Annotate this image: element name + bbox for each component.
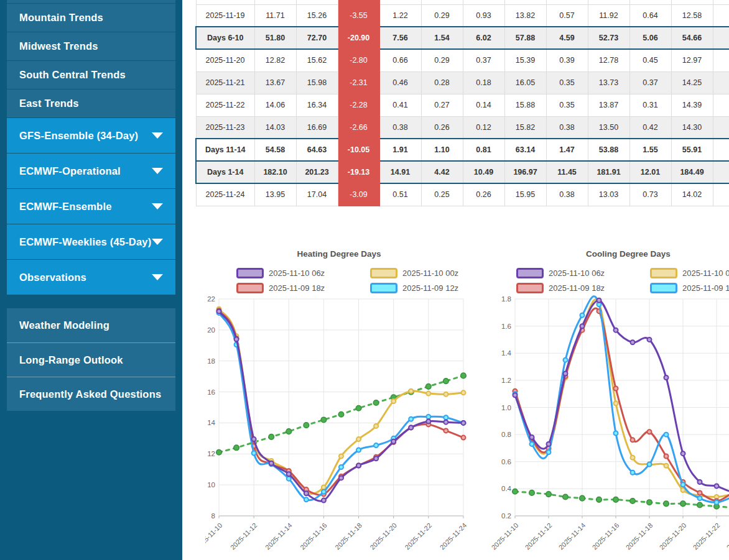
legend-item-2025-11-09-12z[interactable]: 2025-11-09 12z	[650, 283, 729, 293]
table-cell: 15.98	[296, 71, 338, 94]
svg-text:1.2: 1.2	[501, 377, 511, 384]
legend-label: 2025-11-09 18z	[269, 283, 325, 293]
table-cell: 1.91	[379, 139, 421, 161]
table-cell: 53.88	[588, 139, 629, 161]
legend-item-2025-11-09-18z[interactable]: 2025-11-09 18z	[236, 283, 370, 293]
table-cell: 15.95	[504, 183, 546, 206]
sidebar-section-observations[interactable]: Observations	[7, 260, 175, 295]
table-cell: 0.12	[463, 116, 504, 139]
table-cell: 1.54	[421, 27, 463, 49]
sidebar: Mountain TrendsMidwest TrendsSouth Centr…	[0, 0, 182, 560]
legend-label: 2025-11-10 06z	[549, 269, 605, 278]
table-cell: 4.59	[546, 27, 588, 49]
table-cell: -3.09	[338, 183, 379, 206]
svg-text:0.4: 0.4	[501, 485, 512, 492]
sidebar-item-frequently-asked-questions[interactable]: Frequently Asked Questions	[7, 377, 175, 411]
table-cell: 14.39	[671, 94, 713, 116]
table-cell: 196.97	[504, 161, 546, 183]
legend-item-2025-11-10-06z[interactable]: 2025-11-10 06z	[516, 268, 650, 278]
cooling-degree-days-chart: Cooling Degree Days 2025-11-10 06z2025-1…	[485, 246, 729, 560]
table-cell: 13.73	[588, 71, 629, 94]
series-line-2025-11-09-12z	[219, 313, 463, 500]
sidebar-item-label: Observations	[19, 272, 86, 283]
sidebar-section-ecmwf-operational[interactable]: ECMWF-Operational	[7, 154, 175, 188]
series-line-2025-11-10-06z	[219, 311, 463, 501]
sidebar-spacer	[7, 295, 175, 308]
table-cell: -19.13	[338, 161, 379, 183]
table-cell: 14.30	[671, 116, 713, 139]
svg-text:2025-11-10: 2025-11-10	[205, 521, 223, 551]
legend-item-2025-11-09-12z[interactable]: 2025-11-09 12z	[370, 283, 495, 293]
table-cell: 72.70	[296, 27, 338, 49]
table-cell: 201.23	[296, 161, 338, 183]
table-row-days-11-14: Days 11-1454.5864.63-10.051.911.100.8163…	[196, 139, 729, 161]
table-cell	[338, 0, 379, 4]
sidebar-item-label: Frequently Asked Questions	[19, 388, 161, 400]
sidebar-item-label: ECMWF-Ensemble	[19, 201, 112, 213]
chart-legend: 2025-11-10 06z2025-11-10 00z2025-11-09 1…	[516, 268, 729, 293]
chart-legend: 2025-11-10 06z2025-11-10 00z2025-11-09 1…	[236, 268, 473, 293]
legend-label: 2025-11-10 06z	[269, 269, 325, 278]
sidebar-section-ecmwf-ensemble[interactable]: ECMWF-Ensemble	[7, 189, 175, 224]
svg-text:2025-11-14: 2025-11-14	[557, 521, 587, 551]
table-cell: 12.82	[254, 49, 296, 71]
table-cell: 0.38	[379, 116, 421, 139]
table-cell	[671, 0, 713, 4]
sidebar-item-label: East Trends	[19, 98, 79, 109]
table-cell: -20.90	[338, 27, 379, 49]
series-line-2025-11-10-00z	[515, 300, 729, 497]
legend-item-2025-11-10-06z[interactable]: 2025-11-10 06z	[236, 268, 370, 278]
sidebar-item-mountain-trends[interactable]: Mountain Trends	[7, 4, 175, 32]
table-cell: 13.03	[588, 183, 629, 206]
table-cell: 16.69	[296, 116, 338, 139]
table-cell: 15.82	[504, 116, 546, 139]
svg-text:2025-11-24: 2025-11-24	[725, 521, 729, 551]
table-cell: 15.88	[504, 94, 546, 116]
table-cell: -10.05	[338, 139, 379, 161]
table-row-2025-11-21: 2025-11-2113.6715.98-2.310.460.280.1816.…	[196, 71, 729, 94]
sidebar-section-ecmwf-weeklies-45-day[interactable]: ECMWF-Weeklies (45-Day)	[7, 224, 175, 259]
svg-text:2025-11-12: 2025-11-12	[229, 521, 259, 551]
sidebar-section-gfs-ensemble-34-day[interactable]: GFS-Ensemble (34-Day)	[7, 118, 175, 153]
legend-item-2025-11-09-18z[interactable]: 2025-11-09 18z	[516, 283, 650, 293]
svg-text:16: 16	[207, 388, 215, 396]
table-cell: 12.01	[629, 161, 671, 183]
table-cell: 0.37	[629, 71, 671, 94]
legend-label: 2025-11-10 00z	[682, 269, 729, 278]
legend-item-2025-11-10-00z[interactable]: 2025-11-10 00z	[370, 268, 495, 278]
table-cell: 13.82	[504, 4, 546, 27]
table-cell: 11.45	[546, 161, 588, 183]
row-label-cell: 2025-11-22	[196, 94, 254, 116]
table-cell: 4	[713, 27, 729, 49]
table-cell	[463, 0, 504, 4]
table-cell: 0.31	[629, 94, 671, 116]
row-label-cell	[196, 0, 254, 4]
sidebar-item-east-trends[interactable]: East Trends	[7, 90, 175, 117]
svg-text:1.8: 1.8	[501, 295, 511, 303]
table-cell: 0.64	[629, 4, 671, 27]
table-cell: 0.57	[546, 4, 588, 27]
sidebar-item-partial[interactable]	[7, 0, 175, 3]
legend-item-2025-11-10-00z[interactable]: 2025-11-10 00z	[650, 268, 729, 278]
table-cell: 0.27	[421, 94, 463, 116]
table-row-2025-11-22: 2025-11-2214.0616.34-2.280.410.270.1415.…	[196, 94, 729, 116]
table-cell: 13.50	[588, 116, 629, 139]
table-cell	[713, 0, 729, 4]
row-label-cell: 2025-11-24	[196, 183, 254, 206]
table-cell: 6.02	[463, 27, 504, 49]
legend-label: 2025-11-09 12z	[402, 283, 458, 293]
series-line-2025-11-10-06z	[515, 300, 729, 492]
svg-text:20: 20	[207, 326, 215, 334]
sidebar-item-weather-modeling[interactable]: Weather Modeling	[7, 308, 175, 342]
svg-text:2025-11-16: 2025-11-16	[591, 521, 621, 551]
svg-text:2025-11-10: 2025-11-10	[490, 521, 520, 551]
sidebar-item-label: GFS-Ensemble (34-Day)	[19, 130, 138, 142]
table-cell: 13.67	[254, 71, 296, 94]
table-cell: -3.55	[338, 4, 379, 27]
sidebar-item-south-central-trends[interactable]: South Central Trends	[7, 61, 175, 89]
degree-day-table: 2025-11-1911.7115.26-3.551.220.290.9313.…	[195, 0, 729, 206]
table-cell: 0.45	[629, 49, 671, 71]
table-cell: 16.05	[504, 71, 546, 94]
sidebar-item-long-range-outlook[interactable]: Long-Range Outlook	[7, 342, 175, 377]
sidebar-item-midwest-trends[interactable]: Midwest Trends	[7, 32, 175, 60]
